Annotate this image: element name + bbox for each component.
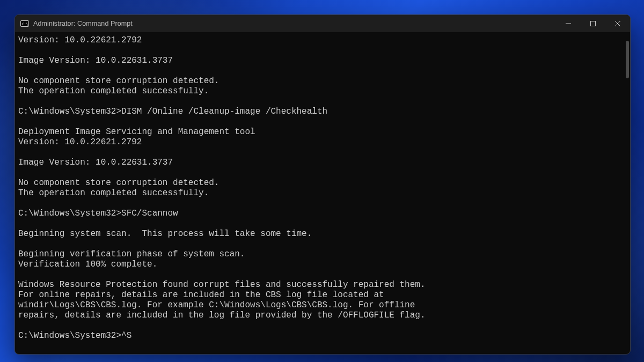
terminal-output[interactable]: Version: 10.0.22621.2792 Image Version: … [15,32,625,354]
scrollbar-thumb[interactable] [626,41,629,78]
scrollbar-track[interactable] [626,33,629,353]
window-controls [556,15,630,32]
titlebar[interactable]: C:\ Administrator: Command Prompt [15,15,630,32]
svg-rect-3 [591,21,596,26]
minimize-button[interactable] [556,15,581,32]
close-button[interactable] [605,15,630,32]
cmd-icon: C:\ [20,19,29,28]
svg-text:C:\: C:\ [22,22,28,26]
maximize-button[interactable] [581,15,605,32]
command-prompt-window: C:\ Administrator: Command Prompt [14,14,631,354]
window-title: Administrator: Command Prompt [33,20,556,27]
terminal-viewport: Version: 10.0.22621.2792 Image Version: … [15,32,630,354]
close-icon [615,21,620,26]
minimize-icon [566,21,571,26]
maximize-icon [590,21,596,26]
